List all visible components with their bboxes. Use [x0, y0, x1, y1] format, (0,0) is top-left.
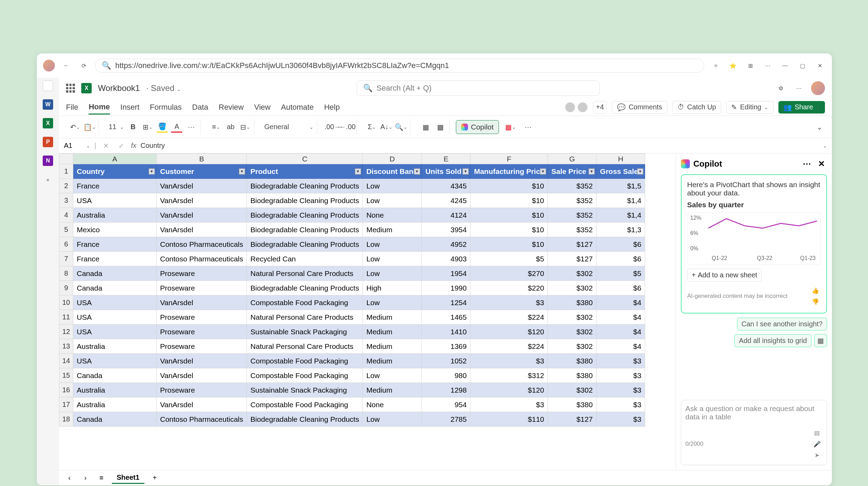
row-header[interactable]: 8 [59, 266, 73, 281]
cell[interactable]: 4903 [422, 252, 470, 266]
cell[interactable]: Low [363, 252, 422, 266]
cell[interactable]: Low [363, 179, 422, 193]
row-header[interactable]: 18 [59, 412, 73, 427]
cell[interactable]: $1,5 [596, 179, 645, 193]
cell[interactable]: Canada [73, 266, 157, 281]
table-header[interactable]: Product▾ [247, 164, 363, 179]
menu-home[interactable]: Home [89, 102, 110, 115]
cell[interactable]: Biodegradable Cleaning Products [247, 281, 363, 295]
cell[interactable]: $4 [596, 310, 645, 325]
presence-count[interactable]: +4 [593, 101, 607, 114]
row-header[interactable]: 2 [59, 179, 73, 193]
dec-decrease-icon[interactable]: ←.00 [342, 122, 353, 133]
cell[interactable]: $380 [548, 397, 596, 412]
menu-help[interactable]: Help [324, 103, 340, 112]
cell[interactable]: Biodegradable Cleaning Products [247, 193, 363, 208]
cell[interactable]: $352 [548, 193, 596, 208]
addin2-icon[interactable]: ▩ [435, 122, 446, 133]
powerpoint-icon[interactable]: P [43, 137, 53, 147]
cell[interactable]: $127 [548, 252, 596, 266]
profile-avatar[interactable] [43, 60, 55, 72]
cell[interactable]: Sustainable Snack Packaging [247, 325, 363, 339]
editing-button[interactable]: ✎ Editing ⌄ [726, 101, 773, 114]
refresh-button[interactable]: ⟳ [78, 60, 90, 72]
cell[interactable]: $1,3 [596, 223, 645, 237]
row-header[interactable]: 10 [59, 295, 73, 310]
col-header[interactable]: F [470, 154, 548, 164]
cell[interactable]: Biodegradable Cleaning Products [247, 223, 363, 237]
filter-icon[interactable]: ▾ [355, 168, 361, 175]
add-to-sheet-button[interactable]: + Add to a new sheet [687, 269, 762, 282]
close-button[interactable]: ✕ [814, 60, 826, 72]
cell[interactable]: VanArsdel [157, 208, 247, 223]
cell[interactable]: Australia [73, 339, 157, 354]
cell[interactable]: Canada [73, 412, 157, 427]
cell[interactable]: Biodegradable Cleaning Products [247, 208, 363, 223]
favorites-icon[interactable]: ⭐ [727, 60, 739, 72]
cell[interactable]: $5 [596, 266, 645, 281]
cell[interactable]: Biodegradable Cleaning Products [247, 179, 363, 193]
cell[interactable]: Sustainable Snack Packaging [247, 383, 363, 397]
fontsize-selector[interactable]: 11 [109, 123, 116, 131]
cell[interactable]: $352 [548, 179, 596, 193]
cell[interactable]: $224 [470, 339, 548, 354]
enter-icon[interactable]: ✓ [116, 140, 127, 151]
add-app-button[interactable]: + [42, 174, 54, 186]
cell[interactable]: $302 [548, 325, 596, 339]
shield-icon[interactable]: ✧ [710, 60, 721, 72]
cell[interactable]: France [73, 237, 157, 252]
cell[interactable]: VanArsdel [157, 193, 247, 208]
cell[interactable]: $3 [596, 397, 645, 412]
cell[interactable]: $352 [548, 208, 596, 223]
table-header[interactable]: Discount Band▾ [363, 164, 422, 179]
cell[interactable]: $10 [470, 208, 548, 223]
cell[interactable]: USA [73, 193, 157, 208]
menu-file[interactable]: File [66, 103, 78, 112]
cell[interactable]: $6 [596, 252, 645, 266]
ribbon-more-icon[interactable]: ⋯ [523, 122, 534, 133]
autosum-button[interactable]: Σ⌄ [366, 122, 377, 133]
cell[interactable]: 1369 [422, 339, 470, 354]
cell[interactable]: 954 [422, 397, 470, 412]
more-font-icon[interactable]: ⋯ [186, 122, 197, 133]
cell[interactable]: 1410 [422, 325, 470, 339]
formula-value[interactable]: Country [141, 142, 819, 150]
cell[interactable]: $10 [470, 237, 548, 252]
cell[interactable]: $5 [470, 252, 548, 266]
filter-icon[interactable]: ▾ [462, 168, 469, 175]
copilot-button[interactable]: Copilot [456, 120, 499, 134]
table-header[interactable]: Customer▾ [157, 164, 247, 179]
cell[interactable]: $3 [596, 354, 645, 368]
align-button[interactable]: ≡⌄ [210, 122, 222, 133]
cell[interactable]: $120 [470, 383, 548, 397]
cell[interactable]: Compostable Food Packaging [247, 354, 363, 368]
filter-icon[interactable]: ▾ [239, 168, 245, 175]
row-header[interactable]: 15 [59, 368, 73, 383]
cancel-icon[interactable]: ✕ [100, 140, 111, 151]
cell[interactable]: Low [363, 368, 422, 383]
cell[interactable]: Biodegradable Cleaning Products [247, 237, 363, 252]
back-button[interactable]: ← [60, 60, 72, 72]
presence-avatar[interactable] [577, 102, 588, 113]
row-header[interactable]: 6 [59, 237, 73, 252]
cell[interactable]: Low [363, 237, 422, 252]
cell[interactable]: High [363, 281, 422, 295]
thumbs-down-icon[interactable]: 👎 [810, 296, 821, 307]
onenote-icon[interactable]: N [43, 156, 53, 166]
cell[interactable]: Natural Personal Care Products [247, 310, 363, 325]
cell[interactable]: $270 [470, 266, 548, 281]
cell[interactable]: $3 [596, 412, 645, 427]
cell[interactable]: $120 [470, 325, 548, 339]
cell[interactable]: $302 [548, 383, 596, 397]
cell[interactable]: VanArsdel [157, 397, 247, 412]
copilot-more-icon[interactable]: ⋯ [801, 158, 812, 169]
cell[interactable]: $127 [548, 412, 596, 427]
cell[interactable]: Canada [73, 281, 157, 295]
menu-automate[interactable]: Automate [281, 103, 314, 112]
cell[interactable]: Low [363, 266, 422, 281]
presence-avatar[interactable] [565, 102, 576, 113]
cell[interactable]: Proseware [157, 383, 247, 397]
col-header[interactable]: C [247, 154, 363, 164]
cell[interactable]: $1,4 [596, 208, 645, 223]
cell[interactable]: Compostable Food Packaging [247, 295, 363, 310]
